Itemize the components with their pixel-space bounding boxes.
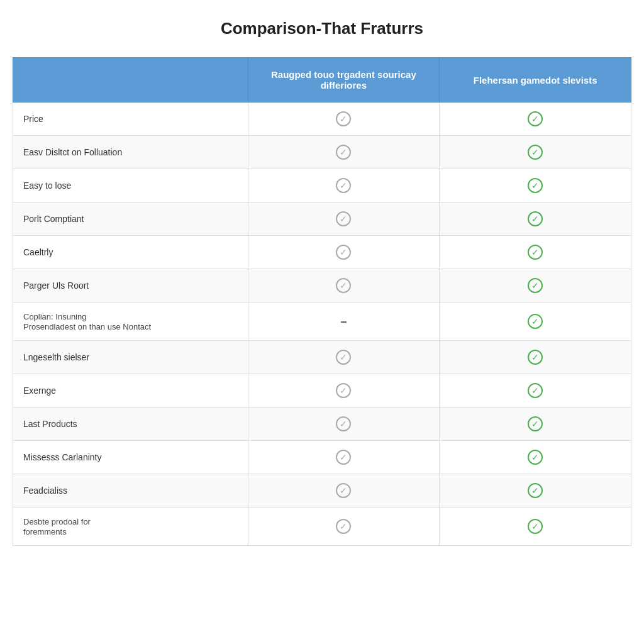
feature-label: Porlt Comptiant (13, 203, 248, 236)
header-col3: Flehersan gamedot slevists (440, 58, 631, 103)
col3-value: ✓ (440, 269, 631, 303)
table-row: Missesss Carlaninty✓✓ (13, 441, 631, 474)
col2-value: ✓ (248, 408, 440, 441)
page-wrapper: Comparison-That Fraturrs Raugped touo tr… (13, 13, 631, 546)
check-green-icon: ✓ (528, 211, 543, 226)
check-green-icon: ✓ (528, 245, 543, 260)
col2-value: ✓ (248, 374, 440, 408)
feature-line2: foremments (23, 527, 67, 536)
check-green-icon: ✓ (528, 383, 543, 398)
table-row: Parger Uls Roort✓✓ (13, 269, 631, 303)
table-row: Caeltrly✓✓ (13, 236, 631, 269)
table-row: Easv Disltct on Folluation✓✓ (13, 136, 631, 169)
check-gray-icon: ✓ (336, 519, 351, 534)
feature-line1: Desbte prodoal for (23, 517, 91, 526)
check-gray-icon: ✓ (336, 278, 351, 293)
col2-value: ✓ (248, 508, 440, 546)
check-green-icon: ✓ (528, 350, 543, 365)
table-row: Desbte prodoal forforemments✓✓ (13, 508, 631, 546)
feature-label: Lngeselth sielser (13, 341, 248, 374)
table-row: Lngeselth sielser✓✓ (13, 341, 631, 374)
check-gray-icon: ✓ (336, 178, 351, 193)
feature-label: Easy to lose (13, 169, 248, 203)
feature-label: Exernge (13, 374, 248, 408)
table-row: Feadcialiss✓✓ (13, 474, 631, 508)
check-green-icon: ✓ (528, 111, 543, 126)
check-green-icon: ✓ (528, 450, 543, 465)
col3-value: ✓ (440, 341, 631, 374)
col3-value: ✓ (440, 169, 631, 203)
header-col2: Raugped touo trgadent souricay differior… (248, 58, 440, 103)
check-gray-icon: ✓ (336, 450, 351, 465)
check-green-icon: ✓ (528, 178, 543, 193)
table-row: Exernge✓✓ (13, 374, 631, 408)
check-green-icon: ✓ (528, 145, 543, 160)
check-green-icon: ✓ (528, 483, 543, 498)
table-row: Coplian: InsuningProsendladest on than u… (13, 303, 631, 341)
check-gray-icon: ✓ (336, 111, 351, 126)
col3-value: ✓ (440, 203, 631, 236)
check-green-icon: ✓ (528, 278, 543, 293)
check-green-icon: ✓ (528, 314, 543, 329)
col3-value: ✓ (440, 236, 631, 269)
check-gray-icon: ✓ (336, 350, 351, 365)
feature-label: Missesss Carlaninty (13, 441, 248, 474)
col3-value: ✓ (440, 474, 631, 508)
feature-label: Caeltrly (13, 236, 248, 269)
check-gray-icon: ✓ (336, 483, 351, 498)
feature-label: Desbte prodoal forforemments (13, 508, 248, 546)
col3-value: ✓ (440, 103, 631, 136)
col2-value: ✓ (248, 169, 440, 203)
col2-value: ✓ (248, 474, 440, 508)
feature-line1: Coplian: Insuning (23, 312, 86, 321)
col3-value: ✓ (440, 441, 631, 474)
table-row: Porlt Comptiant✓✓ (13, 203, 631, 236)
check-gray-icon: ✓ (336, 383, 351, 398)
feature-label: Price (13, 103, 248, 136)
col2-value: ✓ (248, 203, 440, 236)
feature-line2: Prosendladest on than use Nontact (23, 322, 151, 331)
col2-value: ✓ (248, 136, 440, 169)
table-header-row: Raugped touo trgadent souricay differior… (13, 58, 631, 103)
table-row: Last Products✓✓ (13, 408, 631, 441)
col3-value: ✓ (440, 303, 631, 341)
col3-value: ✓ (440, 408, 631, 441)
feature-label: Easv Disltct on Folluation (13, 136, 248, 169)
col3-value: ✓ (440, 374, 631, 408)
feature-label: Parger Uls Roort (13, 269, 248, 303)
table-row: Price✓✓ (13, 103, 631, 136)
page-title: Comparison-That Fraturrs (13, 13, 631, 45)
check-green-icon: ✓ (528, 416, 543, 431)
header-col1 (13, 58, 248, 103)
check-green-icon: ✓ (528, 519, 543, 534)
feature-label: Coplian: InsuningProsendladest on than u… (13, 303, 248, 341)
col2-value: ✓ (248, 236, 440, 269)
dash-icon: – (340, 315, 347, 328)
feature-label: Last Products (13, 408, 248, 441)
col2-value: ✓ (248, 341, 440, 374)
check-gray-icon: ✓ (336, 245, 351, 260)
col2-value: ✓ (248, 103, 440, 136)
col3-value: ✓ (440, 508, 631, 546)
col2-value: – (248, 303, 440, 341)
table-row: Easy to lose✓✓ (13, 169, 631, 203)
col3-value: ✓ (440, 136, 631, 169)
feature-label: Feadcialiss (13, 474, 248, 508)
comparison-table: Raugped touo trgadent souricay differior… (13, 57, 631, 546)
col2-value: ✓ (248, 441, 440, 474)
check-gray-icon: ✓ (336, 211, 351, 226)
col2-value: ✓ (248, 269, 440, 303)
check-gray-icon: ✓ (336, 416, 351, 431)
check-gray-icon: ✓ (336, 145, 351, 160)
